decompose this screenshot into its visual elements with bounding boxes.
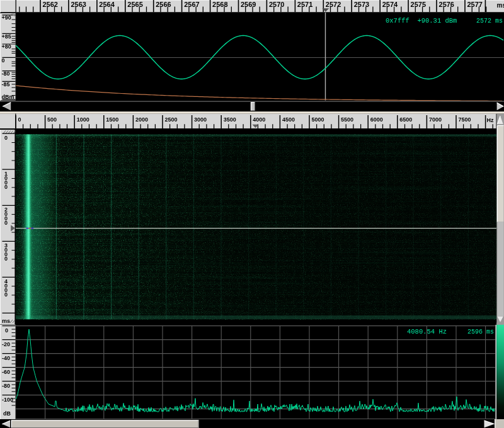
svg-text:0: 0	[4, 184, 8, 190]
svg-text:ms: ms	[497, 2, 504, 9]
svg-text:-100: -100	[2, 397, 13, 403]
svg-text:-85: -85	[2, 81, 10, 87]
svg-text:7500: 7500	[459, 116, 471, 123]
svg-text:2568: 2568	[212, 1, 227, 8]
svg-text:2596 ms: 2596 ms	[467, 329, 494, 335]
svg-text:0: 0	[2, 57, 5, 64]
svg-text:2567: 2567	[184, 1, 199, 8]
svg-text:5000: 5000	[312, 116, 324, 123]
svg-text:Hz: Hz	[487, 117, 494, 123]
svg-text:0: 0	[4, 220, 8, 226]
svg-text:2574: 2574	[382, 1, 398, 8]
svg-text:2562: 2562	[43, 1, 58, 8]
svg-text:2569: 2569	[241, 1, 256, 8]
svg-text:0: 0	[4, 135, 8, 141]
svg-text:2572 ms: 2572 ms	[476, 18, 503, 25]
svg-text:2566: 2566	[156, 1, 171, 8]
svg-text:0: 0	[18, 116, 21, 123]
svg-text:4080.54 Hz: 4080.54 Hz	[407, 328, 447, 335]
svg-text:-60: -60	[2, 369, 10, 375]
svg-text:-80: -80	[2, 70, 10, 77]
svg-text:1000: 1000	[77, 116, 89, 123]
svg-text:3500: 3500	[224, 116, 236, 123]
svg-text:4500: 4500	[282, 116, 295, 123]
svg-text:-80: -80	[2, 383, 10, 389]
svg-text:2563: 2563	[71, 1, 86, 8]
svg-text:1500: 1500	[106, 116, 118, 123]
svg-text:0: 0	[4, 256, 8, 262]
svg-text:2500: 2500	[165, 116, 178, 123]
svg-text:0: 0	[5, 327, 8, 334]
svg-text:-40: -40	[2, 355, 10, 361]
svg-text:dBm: dBm	[2, 94, 14, 100]
svg-text:3000: 3000	[194, 116, 207, 123]
svg-text:2577: 2577	[467, 1, 482, 8]
svg-text:+85: +85	[2, 33, 11, 40]
svg-text:5500: 5500	[341, 116, 353, 123]
svg-text:2573: 2573	[354, 1, 369, 8]
svg-text:0x7fff +90.31 dBm: 0x7fff +90.31 dBm	[386, 17, 457, 25]
svg-text:6000: 6000	[370, 116, 383, 123]
svg-text:2565: 2565	[127, 1, 142, 8]
svg-text:2572: 2572	[326, 1, 341, 8]
svg-text:-20: -20	[2, 341, 10, 347]
svg-text:2575: 2575	[411, 1, 426, 8]
svg-text:2576: 2576	[439, 1, 454, 8]
svg-text:0: 0	[4, 291, 8, 298]
svg-text:500: 500	[47, 116, 57, 123]
svg-text:2571: 2571	[297, 1, 312, 8]
svg-text:ms: ms	[2, 318, 10, 324]
svg-text:2000: 2000	[135, 116, 148, 123]
svg-text:2564: 2564	[99, 1, 115, 8]
svg-text:4000: 4000	[253, 116, 265, 123]
svg-text:+90: +90	[2, 14, 11, 21]
svg-text:7000: 7000	[429, 116, 442, 123]
svg-text:6500: 6500	[399, 116, 412, 123]
svg-text:dB: dB	[3, 410, 11, 417]
svg-text:+80: +80	[2, 43, 11, 50]
svg-text:2570: 2570	[269, 1, 284, 8]
